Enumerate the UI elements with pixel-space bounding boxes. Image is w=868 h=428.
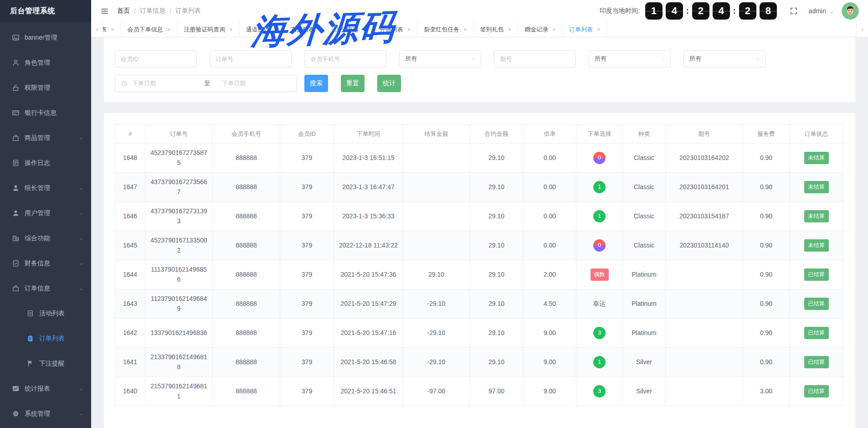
tab-signin-gift[interactable]: 签到礼包×: [474, 22, 519, 37]
tab-label: 赠金记录: [524, 26, 548, 34]
tab-close-icon[interactable]: ×: [552, 26, 556, 32]
tab-close-icon[interactable]: ×: [229, 26, 233, 32]
sidebar-item-permissions[interactable]: 权限管理: [0, 77, 91, 99]
tabbar: 列表×会员下单信息×注册验证码查询×通道统计×充值列表×上分申请×分佣列表×裂变…: [91, 22, 868, 37]
flag-icon: [26, 360, 34, 367]
tab-close-icon[interactable]: ×: [407, 26, 411, 32]
tab-bonus-records[interactable]: 赠金记录×: [518, 22, 563, 37]
order-no: 21537901621496811: [149, 382, 209, 401]
clipboard-icon: [26, 335, 34, 342]
tab-close-icon[interactable]: ×: [508, 26, 512, 32]
tab-order-list[interactable]: 订单列表×: [563, 22, 607, 37]
order-no-cell: 45237901672735875: [145, 144, 213, 173]
category-cell: Platinum: [623, 289, 666, 319]
clock-digit: 4: [713, 2, 730, 20]
tab-strip: 列表×会员下单信息×注册验证码查询×通道统计×充值列表×上分申请×分佣列表×裂变…: [103, 22, 607, 37]
tab-member-orders[interactable]: 会员下单信息×: [121, 22, 178, 37]
tab-commission-list[interactable]: 分佣列表×: [373, 22, 418, 37]
member-phone-cell: 888888: [213, 260, 280, 289]
member-id-cell: 379: [280, 348, 334, 377]
stats-button[interactable]: 统计: [377, 75, 401, 92]
reset-button[interactable]: 重置: [341, 75, 365, 92]
tab-label: 裂变红包任务: [424, 26, 459, 34]
tab-points-request[interactable]: 上分申请×: [329, 22, 373, 37]
sidebar-item-system[interactable]: 系统管理: [0, 402, 91, 425]
member-phone-input[interactable]: [304, 50, 386, 67]
chevron-down-icon: [755, 56, 760, 62]
pick-text: 幸运: [593, 300, 606, 307]
sidebar-item-activity-list[interactable]: 活动列表: [0, 302, 91, 325]
order-no: 11137901621496856: [149, 265, 209, 284]
sidebar-item-products[interactable]: 商品管理: [0, 127, 91, 149]
sidebar-item-finance[interactable]: 财务信息: [0, 252, 91, 274]
tab-list[interactable]: 列表×: [103, 22, 121, 37]
menu-toggle-icon[interactable]: [100, 7, 109, 15]
order-no-cell: 21337901621496818: [145, 348, 213, 377]
sidebar-item-operation-logs[interactable]: 操作日志: [0, 152, 91, 174]
select-value: 所有: [405, 55, 417, 63]
service-fee-cell: 0.90: [743, 144, 790, 173]
sidebar-item-roles[interactable]: 角色管理: [0, 52, 91, 74]
row-index-cell: 1642: [115, 319, 145, 348]
tab-close-icon[interactable]: ×: [111, 26, 114, 32]
username[interactable]: admin: [809, 7, 826, 15]
sidebar-item-order-list[interactable]: 订单列表: [0, 327, 91, 350]
service-fee-cell: 0.90: [743, 231, 790, 260]
type-select[interactable]: 所有: [589, 50, 671, 67]
status-badge: 已结算: [804, 385, 829, 397]
avatar[interactable]: [842, 2, 859, 20]
breadcrumb-item[interactable]: 订单信息: [140, 7, 165, 15]
tab-close-icon[interactable]: ×: [463, 26, 467, 32]
tab-close-icon[interactable]: ×: [167, 26, 171, 32]
sidebar-item-bet-reminder[interactable]: 下注提醒: [0, 352, 91, 375]
sidebar-item-bank-cards[interactable]: 银行卡信息: [0, 102, 91, 124]
order-no-cell: 43737901672735667: [145, 173, 213, 202]
topbar-right: 印度当地时间: 14:24:28 admin: [600, 2, 859, 20]
order-no: 45237901671335002: [149, 236, 209, 255]
sidebar-item-functions[interactable]: 综合功能: [0, 227, 91, 249]
member-id-cell: 379: [280, 319, 334, 348]
category-select[interactable]: 所有: [683, 50, 765, 67]
screen: 后台管理系统 banner管理角色管理权限管理银行卡信息商品管理操作日志组长管理…: [0, 0, 868, 428]
sidebar-item-reports[interactable]: 统计报表: [0, 377, 91, 400]
period-input[interactable]: [494, 50, 576, 67]
tab-scroll-left-icon[interactable]: [91, 22, 103, 37]
tab-scroll-right-icon[interactable]: [856, 22, 868, 37]
status-badge: 未结算: [804, 152, 829, 164]
member-phone-cell: 888888: [213, 231, 280, 260]
tab-close-icon[interactable]: ×: [597, 26, 601, 32]
member-id-input[interactable]: [115, 50, 197, 67]
settle-amount-cell: [403, 144, 470, 173]
tab-close-icon[interactable]: ×: [274, 26, 277, 32]
tab-recharge-list[interactable]: 充值列表×: [284, 22, 329, 37]
user-outline-icon: [12, 59, 20, 67]
list-doc-icon: [26, 309, 34, 317]
sidebar-item-group-leaders[interactable]: 组长管理: [0, 177, 91, 199]
tab-close-icon[interactable]: ×: [318, 26, 322, 32]
member-id-cell: 379: [280, 260, 334, 289]
contract-amount-cell: 29.10: [470, 173, 524, 202]
sidebar-item-orders[interactable]: 订单信息: [0, 277, 91, 299]
tab-channel-stats[interactable]: 通道统计×: [240, 22, 284, 37]
tab-close-icon[interactable]: ×: [363, 26, 366, 32]
breadcrumb-item[interactable]: 首页: [117, 7, 130, 15]
orders-table: #订单号会员手机号会员ID下单时间结算金额合约金额倍率下单选择种类期号服务费订单…: [115, 124, 843, 406]
content: 所有所有所有 下单日期 至 下单日期 搜索重置统计 #订单号会员手机号会员ID下…: [91, 37, 868, 428]
fullscreen-icon[interactable]: [790, 7, 798, 15]
sidebar-item-users[interactable]: 用户管理: [0, 202, 91, 224]
sidebar-item-banner[interactable]: banner管理: [0, 26, 91, 49]
pick-circle-split: 0: [593, 239, 606, 252]
chevron-down-icon[interactable]: [829, 9, 834, 14]
search-button[interactable]: 搜索: [304, 75, 328, 92]
order-no-input[interactable]: [210, 50, 292, 67]
order-no-cell: 11137901621496856: [145, 260, 213, 289]
member-phone-cell: 888888: [213, 319, 280, 348]
column-header: 种类: [623, 124, 666, 144]
sidebar-item-label: 统计报表: [25, 385, 50, 393]
column-header: 会员手机号: [213, 124, 280, 144]
status-select[interactable]: 所有: [399, 50, 481, 67]
tab-redpacket-tasks[interactable]: 裂变红包任务×: [417, 22, 474, 37]
date-range-picker[interactable]: 下单日期 至 下单日期: [115, 75, 297, 92]
breadcrumb-item[interactable]: 订单列表: [175, 7, 201, 15]
tab-reg-code-query[interactable]: 注册验证码查询×: [177, 22, 240, 37]
